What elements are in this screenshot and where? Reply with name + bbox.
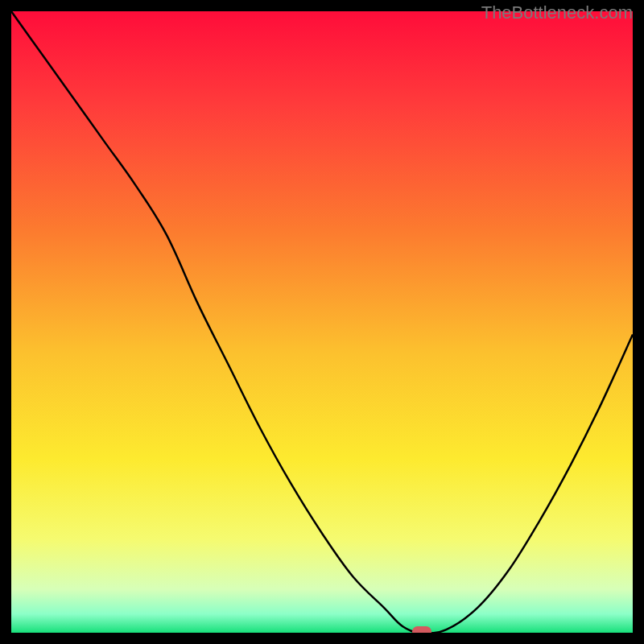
watermark-text: TheBottleneck.com (481, 2, 633, 23)
minimum-marker (412, 626, 431, 634)
bottleneck-curve (11, 11, 633, 633)
plot-area (11, 11, 633, 633)
